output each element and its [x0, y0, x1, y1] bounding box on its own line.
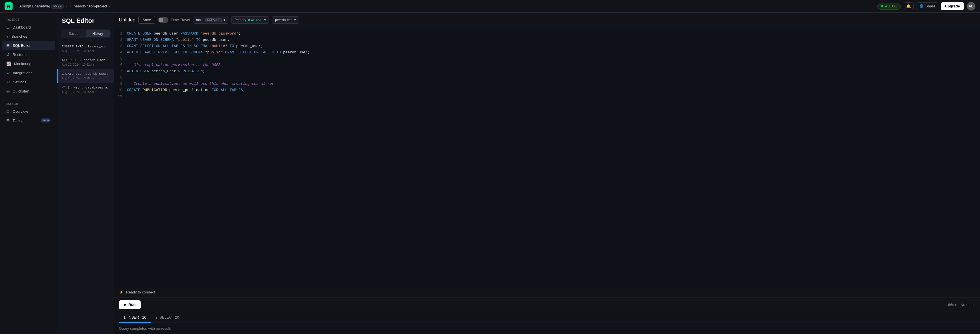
tables-new-badge: NEW — [41, 119, 51, 122]
line-code-3: GRANT SELECT ON ALL TABLES IN SCHEMA "pu… — [127, 43, 263, 49]
topbar: N / Amogh Bharadwaj FREE ▾ / peerdb-neon… — [0, 0, 980, 13]
save-button[interactable]: Save — [138, 16, 156, 24]
line-code-10: CREATE PUBLICATION peerdb_publication FO… — [127, 87, 245, 93]
separator-1: / — [16, 4, 17, 8]
user-chevron-icon: ▾ — [65, 5, 67, 8]
history-item-4[interactable]: /* In Neon, databases a... Aug 10, 2024 … — [57, 83, 114, 97]
branch-default-badge: DEFAULT — [205, 18, 222, 22]
sidebar-item-sql-editor[interactable]: ⊞ SQL Editor — [2, 41, 55, 50]
share-icon: 👤 — [919, 4, 924, 8]
history-item-date: Aug 10, 2024 - 10:25pm — [62, 49, 110, 52]
line-code-7: ALTER USER peerdb_user REPLICATION; — [127, 68, 205, 74]
line-num-1: 1 — [115, 31, 127, 37]
time-travel-toggle-wrap: Time Travel — [158, 17, 190, 23]
status-ok-text: ALL OK — [885, 4, 897, 8]
peer-selector[interactable]: peerdb-test ▾ — [272, 16, 299, 24]
primary-label: Primary — [234, 18, 246, 22]
user-badge: FREE — [51, 4, 64, 9]
active-badge: ACTIVE — [248, 18, 262, 22]
code-line-3: 3 GRANT SELECT ON ALL TABLES IN SCHEMA "… — [115, 43, 980, 50]
project-section-label: PROJECT — [0, 15, 57, 22]
primary-selector[interactable]: Primary ACTIVE ▾ — [231, 16, 269, 24]
bottom-toolbar: Run 86ms No result — [115, 297, 980, 312]
integrations-icon: ⚙ — [6, 71, 10, 75]
sidebar-item-monitoring[interactable]: 📈 Monitoring — [2, 59, 55, 68]
result-tab-select[interactable]: 2: SELECT 20 — [151, 312, 184, 323]
history-item-2[interactable]: ALTER USER peerdb_user ... Aug 10, 2024 … — [57, 55, 114, 69]
share-button[interactable]: 👤 Share — [916, 2, 938, 10]
sidebar-item-settings[interactable]: ⚙ Settings — [2, 78, 55, 87]
line-num-2: 2 — [115, 37, 127, 43]
code-line-7: 7 ALTER USER peerdb_user REPLICATION; — [115, 68, 980, 75]
history-item-date: Aug 10, 2024 - 10:05pm — [62, 90, 110, 93]
panel-title: SQL Editor — [57, 13, 114, 27]
code-line-8: 8 — [115, 75, 980, 81]
user-breadcrumb[interactable]: Amogh Bharadwaj FREE ▾ — [19, 4, 67, 9]
history-panel: SQL Editor Saved History INSERT INTO pla… — [57, 13, 115, 334]
sidebar-item-label: Overview — [13, 109, 28, 114]
line-num-4: 4 — [115, 50, 127, 55]
line-num-11: 11 — [115, 93, 127, 100]
history-item-title: ALTER USER peerdb_user ... — [62, 58, 110, 62]
saved-tab[interactable]: Saved — [62, 30, 86, 37]
code-line-11: 11 — [115, 93, 980, 100]
line-code-5 — [127, 56, 129, 62]
editor-header: Untitled Save Time Travel main DEFAULT ▾… — [115, 13, 980, 27]
ready-icon: ⚡ — [119, 290, 124, 294]
sidebar-item-label: Settings — [13, 80, 26, 84]
branch-selector[interactable]: main DEFAULT ▾ — [193, 16, 228, 24]
upgrade-button[interactable]: Upgrade — [941, 2, 964, 10]
history-item-1[interactable]: INSERT INTO playing_wit... Aug 10, 2024 … — [57, 42, 114, 55]
result-content: Query completed with no result. — [115, 323, 980, 334]
quickstart-icon: ◎ — [6, 89, 10, 93]
sidebar-item-label: Monitoring — [14, 62, 32, 66]
monitoring-icon: 📈 — [6, 62, 11, 66]
run-button[interactable]: Run — [119, 300, 141, 309]
active-badge-text: ACTIVE — [251, 18, 262, 22]
primary-chevron-icon: ▾ — [264, 18, 266, 22]
sidebar-item-integrations[interactable]: ⚙ Integrations — [2, 68, 55, 78]
run-label: Run — [128, 302, 135, 307]
sidebar: PROJECT ⊡ Dashboard ⑂ Branches ⊞ SQL Edi… — [0, 13, 57, 334]
peer-name: peerdb-test — [275, 18, 293, 22]
restore-icon: ↺ — [6, 52, 10, 57]
project-chevron-icon: ▾ — [109, 5, 110, 8]
line-num-5: 5 — [115, 56, 127, 62]
history-item-title: CREATE USER peerdb_user... — [62, 72, 110, 76]
sidebar-item-restore[interactable]: ↺ Restore — [2, 50, 55, 59]
sidebar-item-branches[interactable]: ⑂ Branches — [2, 32, 55, 41]
timing-text: 86ms — [948, 302, 957, 307]
result-tab-insert[interactable]: 1: INSERT 10 — [119, 312, 151, 323]
sidebar-item-dashboard[interactable]: ⊡ Dashboard — [2, 22, 55, 32]
sidebar-item-overview[interactable]: ⊡ Overview — [2, 107, 55, 116]
toggle-knob — [159, 18, 163, 22]
line-code-9: -- Create a publication. We will use thi… — [127, 81, 274, 87]
active-dot — [248, 19, 250, 21]
code-line-9: 9 -- Create a publication. We will use t… — [115, 81, 980, 87]
line-num-6: 6 — [115, 62, 127, 68]
settings-icon: ⚙ — [6, 80, 10, 84]
code-editor[interactable]: 1 CREATE USER peerdb_user PASSWORD 'peer… — [115, 27, 980, 287]
main-layout: PROJECT ⊡ Dashboard ⑂ Branches ⊞ SQL Edi… — [0, 13, 980, 334]
user-name: Amogh Bharadwaj — [19, 4, 50, 8]
sidebar-item-tables[interactable]: ⊞ Tables NEW — [2, 116, 55, 125]
avatar[interactable]: AB — [967, 2, 975, 11]
topbar-right: ALL OK 🔔 👤 Share Upgrade AB — [877, 2, 975, 11]
status-ok-badge: ALL OK — [877, 3, 901, 10]
status-ok-dot — [881, 5, 883, 8]
line-code-8 — [127, 75, 129, 81]
code-line-1: 1 CREATE USER peerdb_user PASSWORD 'peer… — [115, 31, 980, 37]
history-item-3[interactable]: CREATE USER peerdb_user... Aug 10, 2024 … — [57, 69, 114, 83]
sidebar-item-label: Branches — [11, 34, 27, 38]
sidebar-item-quickstart[interactable]: ◎ Quickstart — [2, 87, 55, 96]
history-list: INSERT INTO playing_wit... Aug 10, 2024 … — [57, 41, 114, 334]
time-travel-toggle[interactable] — [158, 17, 169, 23]
project-breadcrumb[interactable]: peerdb-neon-project ▾ — [74, 4, 110, 8]
project-name: peerdb-neon-project — [74, 4, 107, 8]
notification-button[interactable]: 🔔 — [904, 2, 914, 10]
code-line-5: 5 — [115, 56, 980, 62]
time-travel-label: Time Travel — [171, 18, 190, 22]
history-tab[interactable]: History — [86, 30, 110, 37]
history-item-title: INSERT INTO playing_wit... — [62, 44, 110, 48]
sidebar-item-label: Restore — [13, 52, 26, 57]
